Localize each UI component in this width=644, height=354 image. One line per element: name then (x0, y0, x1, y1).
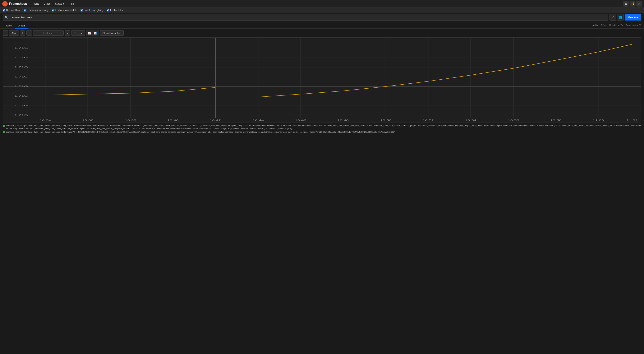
legend-color-0 (3, 125, 5, 127)
resolution-button[interactable]: Res. (s) (71, 30, 85, 36)
search-bar: 🔍 ✓ 🌐 Execute (0, 13, 644, 22)
line-chart-button[interactable]: 📈 (86, 30, 92, 36)
svg-text:1.71G: 1.71G (14, 76, 28, 78)
load-time: Load time: 52ms (591, 24, 606, 26)
time-back-button[interactable]: ‹ (26, 30, 32, 36)
duration-increase-button[interactable]: + (20, 30, 25, 36)
svg-text:11:00: 11:00 (593, 119, 604, 122)
settings-toolbar: Use local time Enable query history Enab… (0, 8, 644, 13)
svg-text:10:38: 10:38 (125, 119, 136, 122)
svg-text:1.71G: 1.71G (14, 104, 28, 107)
svg-text:10:46: 10:46 (295, 119, 306, 122)
svg-text:10:40: 10:40 (167, 119, 179, 122)
use-local-time-checkbox[interactable]: Use local time (3, 9, 20, 12)
svg-text:10:44: 10:44 (252, 119, 264, 122)
tab-table[interactable]: Table (3, 23, 15, 29)
svg-text:10:36: 10:36 (82, 119, 94, 122)
enable-linter-checkbox[interactable]: Enable linter (107, 9, 123, 12)
stacked-chart-button[interactable]: 📊 (92, 30, 99, 36)
svg-text:11:02: 11:02 (626, 119, 638, 122)
tab-group: Table Graph (3, 23, 28, 28)
tab-meta: Load time: 52ms Resolution: 7s Result se… (588, 24, 641, 28)
result-series: Result series: 31 (626, 24, 641, 26)
end-time-input[interactable] (33, 30, 64, 36)
svg-text:1.71G: 1.71G (14, 114, 28, 116)
nav-links: Alerts Graph Status ▾ Help (31, 2, 76, 6)
globe-button[interactable]: 🌐 (617, 14, 624, 21)
search-icon: 🔍 (5, 16, 8, 19)
tabs-row: Table Graph Load time: 52ms Resolution: … (0, 22, 644, 29)
navbar: Prometheus Alerts Graph Status ▾ Help ⚙ … (0, 0, 644, 8)
brand-name: Prometheus (9, 2, 27, 6)
chart-type-group: 📈 📊 (86, 30, 99, 36)
enable-query-history-checkbox[interactable]: Enable query history (24, 9, 48, 12)
svg-text:10:34: 10:34 (40, 119, 51, 122)
svg-text:10:56: 10:56 (508, 119, 519, 122)
svg-text:10:50: 10:50 (380, 119, 392, 122)
legend-text-1: container_last_seen{container_label_com_… (6, 131, 395, 133)
duration-input[interactable] (9, 30, 19, 36)
svg-rect-1 (3, 38, 641, 122)
svg-text:1.71G: 1.71G (14, 95, 28, 97)
svg-text:10:42: 10:42 (210, 119, 221, 122)
resolution: Resolution: 7s (609, 24, 623, 26)
svg-text:1.71G: 1.71G (14, 66, 28, 68)
nav-icons: ⚙ 🌙 ☀ (623, 1, 642, 7)
svg-text:1.71G: 1.71G (14, 47, 28, 49)
search-input[interactable] (10, 16, 606, 19)
svg-text:1.71G: 1.71G (14, 85, 28, 88)
duration-decrease-button[interactable]: − (3, 30, 8, 36)
graph-controls: − + ‹ › Res. (s) 📈 📊 Show Exemplars (0, 29, 644, 37)
svg-text:1.71G: 1.71G (14, 56, 28, 59)
execute-button[interactable]: Execute (625, 14, 641, 21)
nav-status[interactable]: Status ▾ (53, 2, 66, 6)
settings-icon[interactable]: ⚙ (623, 1, 629, 7)
legend-item-0: container_last_seen{container_label_com_… (3, 124, 641, 130)
legend-area: container_last_seen{container_label_com_… (0, 123, 644, 136)
svg-text:10:58: 10:58 (550, 119, 562, 122)
legend-text-0: container_last_seen{container_label_com_… (6, 124, 641, 130)
sun-icon[interactable]: ☀ (636, 1, 642, 7)
nav-graph[interactable]: Graph (42, 2, 52, 6)
time-forward-button[interactable]: › (65, 30, 70, 36)
nav-alerts[interactable]: Alerts (31, 2, 41, 6)
check-button[interactable]: ✓ (610, 14, 616, 21)
show-exemplars-button[interactable]: Show Exemplars (100, 30, 124, 36)
svg-text:10:48: 10:48 (337, 119, 349, 122)
enable-highlighting-checkbox[interactable]: Enable highlighting (80, 9, 103, 12)
chart-svg-wrapper: 1.71G 1.71G 1.71G 1.71G 1.71G 1.71G 1.71… (3, 37, 641, 123)
moon-icon[interactable]: 🌙 (630, 1, 635, 7)
chart-area: 1.71G 1.71G 1.71G 1.71G 1.71G 1.71G 1.71… (0, 37, 644, 123)
legend-item-1: container_last_seen{container_label_com_… (3, 131, 641, 133)
svg-text:10:54: 10:54 (465, 119, 476, 122)
svg-text:10:52: 10:52 (422, 119, 434, 122)
nav-help[interactable]: Help (67, 2, 76, 6)
legend-color-1 (3, 131, 5, 133)
enable-autocomplete-checkbox[interactable]: Enable autocomplete (52, 9, 77, 12)
app-logo (2, 1, 8, 7)
chart-svg: 1.71G 1.71G 1.71G 1.71G 1.71G 1.71G 1.71… (3, 38, 641, 122)
tab-graph[interactable]: Graph (15, 23, 28, 29)
search-input-wrap: 🔍 (3, 14, 608, 21)
